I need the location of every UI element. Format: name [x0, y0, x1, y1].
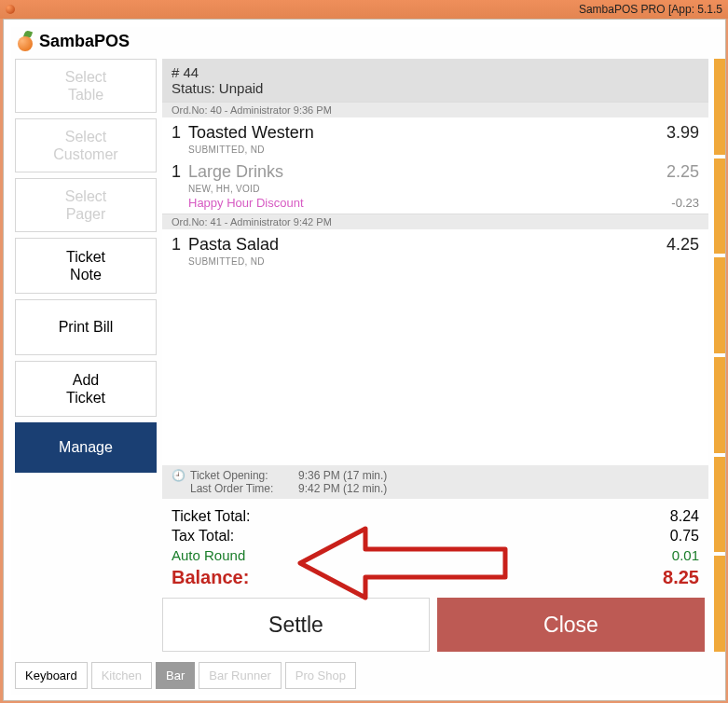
clock-icon: 🕘	[172, 469, 185, 482]
opening-label: Ticket Opening:	[190, 469, 293, 482]
tab-bar-runner[interactable]: Bar Runner	[199, 662, 281, 689]
ticket-total-value: 8.24	[670, 506, 699, 527]
order-price: 4.25	[666, 235, 699, 255]
opening-value: 9:36 PM (17 min.)	[298, 469, 387, 482]
action-row: Settle Close	[162, 594, 708, 652]
manage-button[interactable]: Manage	[15, 422, 157, 473]
ticket-times: 🕘 Ticket Opening: 9:36 PM (17 min.) Last…	[162, 465, 708, 499]
tax-total-value: 0.75	[670, 526, 699, 546]
print-bill-button[interactable]: Print Bill	[15, 299, 157, 355]
order-line[interactable]: 1Large DrinksNEW, HH, VOID2.25	[162, 157, 708, 196]
order-line[interactable]: 1Pasta SaladSUBMITTED, ND4.25	[162, 229, 708, 269]
order-price: 3.99	[666, 123, 699, 143]
discount-value: -0.23	[671, 196, 699, 210]
left-sidebar: Select Table Select Customer Select Page…	[15, 59, 162, 652]
auto-round-label: Auto Round	[172, 546, 672, 565]
brand-header: SambaPOS	[11, 27, 725, 59]
balance-label: Balance:	[172, 565, 663, 590]
auto-round-value: 0.01	[672, 546, 699, 565]
order-name: Large Drinks	[188, 162, 666, 182]
order-list: Ord.No: 40 - Administrator 9:36 PM1Toast…	[162, 102, 708, 465]
right-strip-button[interactable]	[714, 556, 725, 652]
order-name: Toasted Western	[188, 123, 666, 143]
brand-text: SambaPOS	[39, 32, 130, 51]
order-discount: Happy Hour Discount-0.23	[162, 196, 708, 214]
totals: Ticket Total:8.24 Tax Total:0.75 Auto Ro…	[162, 499, 708, 594]
order-tags: NEW, HH, VOID	[188, 184, 666, 194]
discount-name: Happy Hour Discount	[188, 196, 671, 210]
order-name: Pasta Salad	[188, 235, 666, 255]
ticket-status: Status: Unpaid	[172, 80, 699, 96]
right-strip-button[interactable]	[714, 357, 725, 453]
brand-logo-icon	[15, 31, 35, 51]
ticket-note-button[interactable]: Ticket Note	[15, 238, 157, 294]
ticket-total-label: Ticket Total:	[172, 506, 670, 527]
ticket-panel: # 44 Status: Unpaid Ord.No: 40 - Adminis…	[162, 59, 708, 652]
last-order-label: Last Order Time:	[190, 482, 293, 495]
balance-value: 8.25	[663, 565, 699, 590]
order-price: 2.25	[666, 162, 699, 182]
right-strip-button[interactable]	[714, 59, 725, 155]
window-frame: SambaPOS Select Table Select Customer Se…	[3, 19, 726, 701]
tax-total-label: Tax Total:	[172, 526, 670, 546]
select-table-button[interactable]: Select Table	[15, 59, 157, 113]
order-qty: 1	[172, 235, 188, 255]
right-strip-button[interactable]	[714, 159, 725, 255]
add-ticket-button[interactable]: Add Ticket	[15, 361, 157, 417]
order-tags: SUBMITTED, ND	[188, 145, 666, 155]
close-button[interactable]: Close	[437, 598, 705, 652]
tab-kitchen[interactable]: Kitchen	[91, 662, 152, 689]
right-strip	[712, 59, 725, 652]
tab-pro-shop[interactable]: Pro Shop	[285, 662, 356, 689]
select-customer-button[interactable]: Select Customer	[15, 118, 157, 172]
right-strip-button[interactable]	[714, 457, 725, 553]
tab-keyboard[interactable]: Keyboard	[15, 662, 88, 689]
tab-bar[interactable]: Bar	[156, 662, 195, 689]
last-order-value: 9:42 PM (12 min.)	[298, 482, 387, 495]
window-title: SambaPOS PRO [App: 5.1.5	[579, 3, 722, 16]
settle-button[interactable]: Settle	[162, 598, 430, 652]
order-line[interactable]: 1Toasted WesternSUBMITTED, ND3.99	[162, 117, 708, 157]
order-group-header: Ord.No: 40 - Administrator 9:36 PM	[162, 102, 708, 117]
app-icon	[6, 5, 15, 14]
ticket-number: # 44	[172, 64, 699, 80]
bottom-tabs: Keyboard Kitchen Bar Bar Runner Pro Shop	[15, 662, 356, 689]
order-qty: 1	[172, 162, 188, 182]
order-tags: SUBMITTED, ND	[188, 256, 666, 267]
right-strip-button[interactable]	[714, 257, 725, 353]
ticket-header: # 44 Status: Unpaid	[162, 59, 708, 102]
order-group-header: Ord.No: 41 - Administrator 9:42 PM	[162, 214, 708, 229]
select-pager-button[interactable]: Select Pager	[15, 178, 157, 232]
order-qty: 1	[172, 123, 188, 143]
titlebar: SambaPOS PRO [App: 5.1.5	[0, 0, 728, 19]
